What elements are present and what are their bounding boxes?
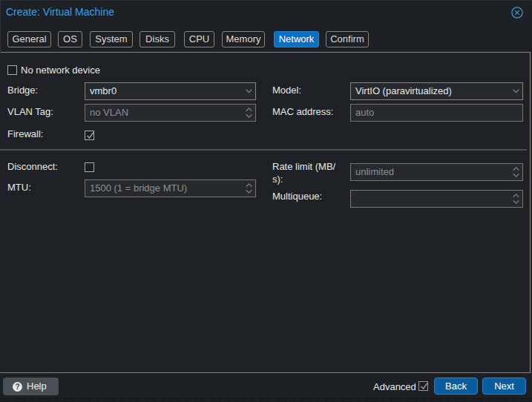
svg-text:?: ? [15,383,19,391]
